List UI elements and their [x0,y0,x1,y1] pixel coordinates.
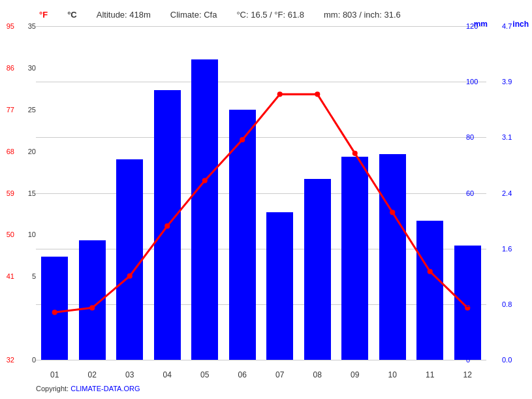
left-axis-f-tick: 77 [0,106,14,114]
bar-group [261,26,299,360]
x-axis-label: 05 [186,370,224,379]
x-axis-label: 01 [36,370,74,379]
left-axis-c-tick: 15 [22,189,36,197]
left-axis-c-tick: 25 [22,106,36,114]
bar [116,159,143,360]
right-axis-mm-tick: 20 [463,300,486,308]
bar [229,110,256,360]
right-axis-mm-tick: 40 [463,245,486,253]
bar [416,221,443,360]
bar [41,257,68,360]
copyright: Copyright: CLIMATE-DATA.ORG [36,385,140,392]
x-axis-label: 10 [374,370,412,379]
left-axis-f-tick: 32 [0,356,14,364]
bar [191,59,218,360]
unit-fahrenheit: °F [39,10,48,20]
bar-group [299,26,337,360]
bar-group [411,26,449,360]
x-axis-label: 06 [224,370,262,379]
bar [341,157,368,360]
bar-group [336,26,374,360]
bar-group [111,26,149,360]
bar [379,154,406,360]
left-axis-f-tick: 41 [0,272,14,280]
climate-label: Climate: Cfa [170,10,217,20]
x-axis-label: 08 [299,370,337,379]
left-axis-c-tick: 20 [22,148,36,155]
right-axis-inch-tick: 0.8 [499,300,532,308]
left-axis-c-tick: 10 [22,231,36,238]
grid-line [36,360,486,360]
precip-summary: mm: 803 / inch: 31.6 [324,10,401,20]
right-axis-mm-tick: 0 [463,356,486,364]
right-axis-inch-tick: 4.7 [499,22,532,30]
left-axis-c-tick: 35 [22,22,36,30]
x-axis-label: 09 [336,370,374,379]
right-axis-inch-tick: 0.0 [499,356,532,364]
x-axis-label: 02 [74,370,112,379]
left-axis-tick: 8630 [0,64,36,72]
chart-container: °F °C Altitude: 418m Climate: Cfa °C: 16… [0,0,532,399]
left-axis-c-tick: 5 [22,272,36,280]
left-axis-f-tick: 68 [0,148,14,155]
left-axis-tick: 9535 [0,22,36,30]
x-axis-labels: 010203040506070809101112 [36,370,486,379]
x-axis-label: 03 [111,370,149,379]
unit-celsius: °C [67,10,77,20]
left-axis-tick: 415 [0,272,36,280]
bar [304,179,331,360]
left-axis-c-tick: 30 [22,64,36,72]
left-axis-tick: 5915 [0,189,36,197]
left-axis-tick: 320 [0,356,36,364]
right-axis-mm-tick: 100 [463,78,486,86]
bar [154,90,181,360]
chart-area: 010203040506070809101112 [36,26,486,360]
bar-group [224,26,262,360]
right-axis-mm: 120100806040200 [463,26,486,360]
x-axis-label: 04 [149,370,187,379]
bar-group [186,26,224,360]
altitude-label: Altitude: 418m [97,10,151,20]
left-axis-tick: 5010 [0,231,36,238]
bar-group [36,26,74,360]
left-axis-tick: 7725 [0,106,36,114]
right-axis-inch: 4.73.93.12.41.60.80.0 [499,26,532,360]
right-axis-mm-tick: 80 [463,133,486,141]
copyright-link[interactable]: CLIMATE-DATA.ORG [70,385,140,392]
bar-group [374,26,412,360]
x-axis-label: 11 [411,370,449,379]
bar-group [74,26,112,360]
bar-group [149,26,187,360]
bar [266,212,293,360]
left-axis-c-tick: 0 [22,356,36,364]
left-axis: 953586307725682059155010415320 [0,26,36,360]
right-axis-mm-tick: 120 [463,22,486,30]
left-axis-f-tick: 59 [0,189,14,197]
chart-header: °F °C Altitude: 418m Climate: Cfa °C: 16… [0,7,532,23]
right-axis-inch-tick: 2.4 [499,189,532,197]
temp-summary: °C: 16.5 / °F: 61.8 [236,10,304,20]
right-axis-inch-tick: 1.6 [499,245,532,253]
left-axis-f-tick: 50 [0,231,14,238]
right-axis-inch-tick: 3.1 [499,133,532,141]
left-axis-f-tick: 95 [0,22,14,30]
left-axis-f-tick: 86 [0,64,14,72]
x-axis-label: 07 [261,370,299,379]
left-axis-tick: 6820 [0,148,36,155]
right-axis-mm-tick: 60 [463,189,486,197]
bars-container [36,26,486,360]
bar [79,240,106,360]
x-axis-label: 12 [449,370,487,379]
right-axis-inch-tick: 3.9 [499,78,532,86]
